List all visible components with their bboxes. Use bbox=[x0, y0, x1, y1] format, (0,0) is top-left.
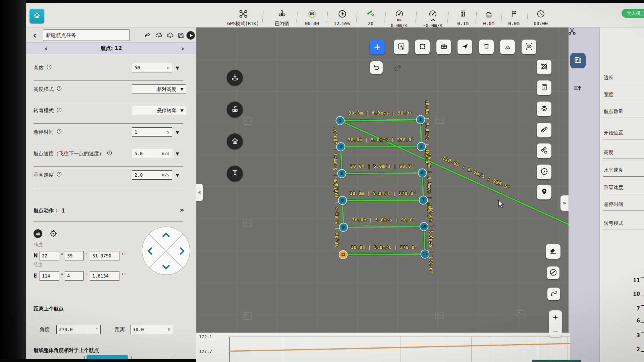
map-layers-button[interactable] bbox=[537, 102, 551, 116]
altitude-dropdown-arrow[interactable]: ▼ bbox=[176, 65, 179, 70]
compass-button[interactable] bbox=[537, 165, 551, 179]
vertical-speed-input[interactable]: 2.0m/s bbox=[132, 170, 172, 180]
summary-row-label: 转弯模式 bbox=[604, 220, 623, 227]
divider bbox=[34, 123, 183, 124]
delete-button[interactable] bbox=[479, 40, 494, 54]
elevation-line bbox=[196, 333, 570, 362]
vertical-speed-dropdown-arrow[interactable]: ▼ bbox=[176, 173, 179, 178]
measure-button[interactable] bbox=[537, 123, 551, 137]
home-button[interactable] bbox=[30, 9, 44, 23]
waypoint-list-number[interactable]: 6 bbox=[630, 318, 640, 324]
waypoint-list-number[interactable]: 10 bbox=[630, 291, 640, 297]
disable-tool-button[interactable] bbox=[547, 266, 559, 279]
longitude-deg-input[interactable] bbox=[40, 271, 59, 281]
waypoint-marker-7[interactable]: 7 bbox=[419, 196, 428, 205]
waypoint-list-number[interactable]: 3 bbox=[630, 333, 640, 339]
latitude-deg-input[interactable] bbox=[40, 251, 59, 260]
waypoint-marker-10[interactable]: 10 bbox=[420, 222, 429, 231]
nudge-right-icon[interactable] bbox=[177, 246, 187, 256]
longitude-min-input[interactable] bbox=[65, 271, 84, 281]
waypoint-marker-6[interactable]: 6 bbox=[418, 169, 427, 178]
collapse-panel-tab[interactable]: « bbox=[196, 184, 203, 201]
distance-input[interactable]: 30.0m bbox=[130, 325, 173, 334]
land-button[interactable] bbox=[227, 70, 243, 86]
waypoint-marker-2[interactable]: 2 bbox=[416, 115, 425, 124]
help-icon[interactable]: ? bbox=[56, 172, 62, 179]
help-icon[interactable]: ? bbox=[56, 129, 62, 136]
home-point-button[interactable] bbox=[227, 133, 243, 149]
task-name-input[interactable] bbox=[43, 29, 129, 41]
next-waypoint-chevron[interactable]: › bbox=[181, 44, 184, 53]
turn-mode-select[interactable]: 悬停转弯▼ bbox=[132, 106, 186, 115]
waypoint-marker-1[interactable]: 1 bbox=[336, 116, 345, 125]
help-icon[interactable]: ? bbox=[46, 64, 52, 71]
nudge-up-icon[interactable] bbox=[161, 230, 171, 240]
preview-button[interactable] bbox=[522, 40, 536, 54]
target-locate-icon[interactable] bbox=[49, 229, 58, 238]
scissors-icon[interactable] bbox=[568, 27, 577, 36]
waypoint-list-number[interactable]: 11 bbox=[630, 278, 640, 284]
altitude-mode-select[interactable]: 相对高度▼ bbox=[132, 84, 186, 94]
waypoint-list-number[interactable]: 7 bbox=[630, 306, 640, 312]
cards-icon bbox=[573, 55, 583, 66]
zoom-control[interactable]: + − bbox=[549, 310, 562, 337]
sort-list-icon[interactable] bbox=[572, 83, 582, 93]
share-icon[interactable] bbox=[144, 32, 151, 39]
nudge-down-icon[interactable] bbox=[161, 262, 171, 272]
redo-icon[interactable] bbox=[392, 63, 402, 73]
curve-path-button[interactable] bbox=[547, 288, 560, 300]
waypoint-marker-11[interactable]: 11 bbox=[421, 250, 430, 259]
waypoint-action-expand-icon[interactable]: » bbox=[180, 206, 184, 214]
expand-panel-tab[interactable]: » bbox=[560, 195, 569, 211]
waypoint-marker-5[interactable]: 5 bbox=[337, 169, 346, 178]
altitude-input[interactable]: 50m bbox=[132, 63, 172, 72]
gauge-icon bbox=[395, 9, 404, 18]
toolbox-button[interactable] bbox=[436, 40, 451, 54]
latitude-sec-input[interactable] bbox=[90, 251, 119, 260]
latitude-min-input[interactable] bbox=[65, 251, 84, 260]
route-info-toggle-button[interactable] bbox=[570, 53, 586, 68]
zoom-out-button[interactable]: − bbox=[549, 324, 562, 337]
start-mission-button[interactable] bbox=[186, 31, 195, 40]
waypoint-marker-3[interactable]: 3 bbox=[417, 142, 426, 151]
back-chevron-icon[interactable]: ‹ bbox=[33, 30, 37, 40]
help-icon[interactable]: ? bbox=[107, 150, 112, 157]
cloud-upload-icon[interactable] bbox=[155, 32, 163, 39]
elevation-profile-chart: 172.1127.7 bbox=[196, 333, 570, 362]
undo-button[interactable] bbox=[370, 61, 383, 74]
waypoint-marker-12[interactable]: 12 bbox=[339, 250, 348, 259]
eraser-button[interactable] bbox=[546, 244, 560, 259]
longitude-sec-input[interactable] bbox=[90, 271, 119, 281]
map-canvas[interactable]: 30.0m | 8.0m/s | 90.0°10.0m | 5.0m/s | 1… bbox=[196, 27, 569, 333]
zoom-in-button[interactable]: + bbox=[549, 310, 562, 324]
warning-doc-button[interactable]: ! bbox=[537, 80, 551, 95]
hover-time-input[interactable]: 1s bbox=[132, 127, 172, 137]
cloud-download-icon[interactable] bbox=[166, 32, 174, 39]
location-pin-button[interactable] bbox=[537, 185, 551, 199]
angle-input[interactable]: 270.0° bbox=[56, 325, 101, 334]
clear-button[interactable] bbox=[500, 40, 515, 54]
hover-time-dropdown-arrow[interactable]: ▼ bbox=[176, 130, 179, 135]
area-hatch-tool-button[interactable] bbox=[537, 60, 551, 74]
send-route-button[interactable] bbox=[458, 40, 472, 54]
coordinate-swap-button[interactable]: ⇄ bbox=[34, 229, 42, 238]
help-icon[interactable]: ? bbox=[56, 107, 62, 114]
help-icon[interactable]: ? bbox=[56, 86, 62, 93]
waypoint-marker-9[interactable]: 9 bbox=[339, 223, 348, 232]
quick-add-tool-button[interactable] bbox=[394, 40, 409, 54]
waypoint-marker-8[interactable]: 8 bbox=[338, 196, 347, 205]
waypoint-speed-dropdown-arrow[interactable]: ▼ bbox=[176, 151, 179, 156]
summary-row-label: 高度 bbox=[604, 149, 613, 156]
altitude-set-button[interactable] bbox=[227, 166, 243, 182]
broom-icon bbox=[503, 42, 512, 52]
nudge-left-icon[interactable] bbox=[145, 246, 155, 256]
waypoint-list-number[interactable]: 2 bbox=[630, 347, 640, 353]
map-tile-placeholder-icon bbox=[243, 117, 252, 126]
polygon-tool-button[interactable] bbox=[415, 40, 430, 54]
add-waypoint-tool-button[interactable]: + bbox=[370, 40, 385, 54]
return-to-home-button[interactable]: H bbox=[227, 102, 243, 118]
waypoint-speed-input[interactable]: 5.0m/s bbox=[132, 149, 172, 158]
waypoint-marker-4[interactable]: 4 bbox=[336, 142, 345, 152]
save-icon[interactable] bbox=[177, 32, 185, 39]
measure-area-button[interactable] bbox=[537, 143, 551, 158]
